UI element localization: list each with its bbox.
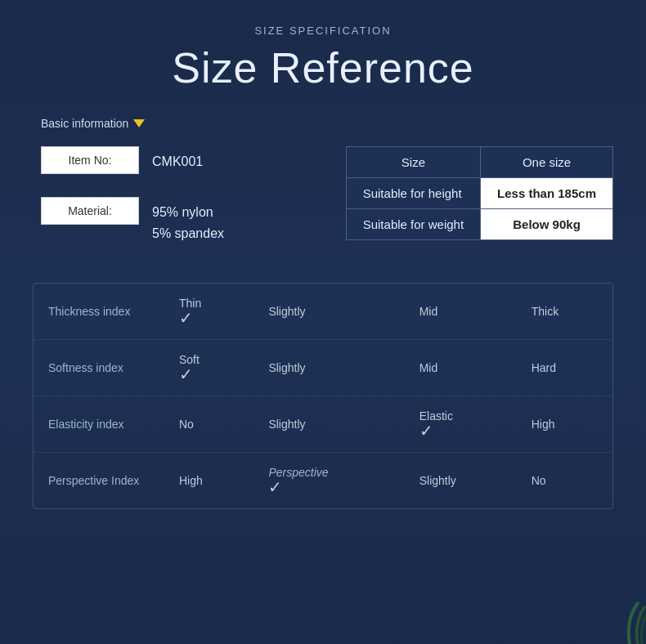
index-row-cell: High (517, 396, 612, 453)
index-row-cell: Mid (405, 284, 517, 340)
left-section: Item No: CMK001 Material: 95% nylon5% sp… (41, 146, 313, 266)
spec-col2-header: One size (481, 147, 613, 178)
index-row-label: Thickness index (34, 284, 164, 340)
material-value: 95% nylon5% spandex (152, 197, 224, 244)
decorative-leaves (581, 595, 646, 644)
item-no-value: CMK001 (152, 146, 203, 172)
index-row-cell: High (164, 453, 253, 509)
basic-info-label: Basic information (41, 117, 128, 130)
spec-label: SIZE SPECIFICATION (33, 25, 613, 37)
right-section: Size One size Suitable for heightLess th… (346, 146, 613, 240)
index-row-cell: Slightly (405, 453, 517, 509)
index-table-wrapper: Thickness indexThin✓SlightlyMidThickSoft… (33, 283, 613, 509)
material-row: Material: 95% nylon5% spandex (41, 197, 313, 244)
index-row-cell: Elastic✓ (405, 396, 517, 453)
index-row-label: Softness index (34, 340, 164, 396)
index-table: Thickness indexThin✓SlightlyMidThickSoft… (34, 284, 612, 508)
item-no-label: Item No: (41, 146, 139, 174)
index-row-cell: Perspective✓ (253, 453, 404, 509)
index-row-cell: Hard (517, 340, 612, 396)
material-label: Material: (41, 197, 139, 225)
index-row-label: Perspective Index (34, 453, 164, 509)
index-row-cell: Soft✓ (164, 340, 253, 396)
spec-col1-header: Size (346, 147, 480, 178)
index-row-cell: Thin✓ (164, 284, 253, 340)
spec-table: Size One size Suitable for heightLess th… (346, 146, 613, 240)
page-title: Size Reference (33, 43, 613, 92)
basic-info-header: Basic information (41, 117, 613, 130)
index-row-cell: Thick (517, 284, 612, 340)
index-row-cell: Mid (405, 340, 517, 396)
index-row-cell: No (164, 396, 253, 453)
chevron-down-icon[interactable] (133, 119, 145, 127)
spec-row-label: Suitable for weight (346, 209, 480, 240)
item-no-row: Item No: CMK001 (41, 146, 313, 174)
spec-row-value: Below 90kg (481, 209, 613, 240)
spec-row-label: Suitable for height (346, 178, 480, 209)
index-row-cell: Slightly (253, 340, 404, 396)
main-content: Item No: CMK001 Material: 95% nylon5% sp… (41, 146, 613, 266)
index-row-cell: Slightly (253, 284, 404, 340)
spec-row-value: Less than 185cm (481, 178, 613, 209)
index-row-cell: No (517, 453, 612, 509)
index-row-cell: Slightly (253, 396, 404, 453)
page-wrapper: SIZE SPECIFICATION Size Reference Basic … (0, 0, 646, 644)
index-row-label: Elasticity index (34, 396, 164, 453)
